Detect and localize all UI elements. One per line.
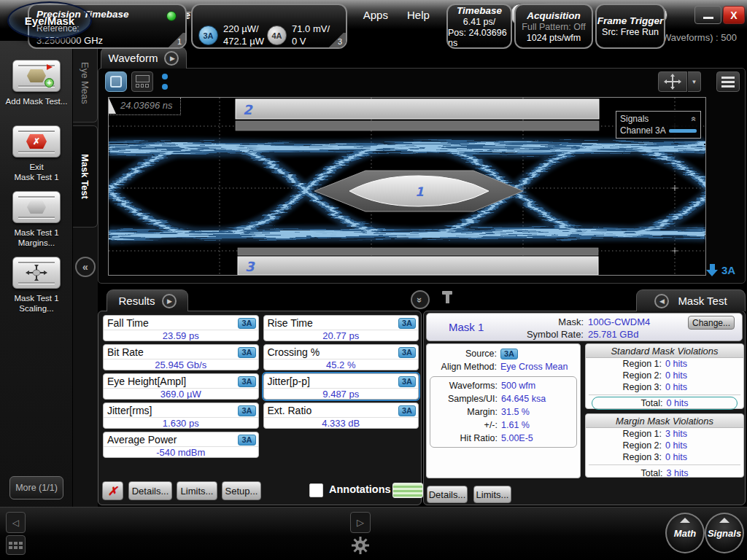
measurement-card[interactable]: Ext. Ratio 3A 4.333 dB bbox=[263, 402, 419, 429]
acquisition-panel[interactable]: Acquisition Full Pattern: Off 1024 pts/w… bbox=[514, 4, 593, 49]
timebase-panel[interactable]: Timebase 6.41 ps/ Pos: 24.03696 ns bbox=[446, 4, 512, 49]
annotations-checkbox[interactable] bbox=[309, 483, 323, 497]
tab-waveform[interactable]: Waveform ▶ bbox=[101, 47, 187, 69]
measurement-value: 20.77 ps bbox=[264, 330, 419, 341]
menu-item[interactable]: Apps bbox=[363, 9, 388, 21]
region-label: Region 2: bbox=[586, 440, 662, 451]
up-arrow-icon bbox=[719, 518, 729, 523]
minimize-icon bbox=[703, 17, 713, 19]
play-icon[interactable]: ▶ bbox=[162, 294, 177, 308]
stat-value: 31.5 % bbox=[501, 407, 530, 417]
measurement-value: 369.0 µW bbox=[104, 388, 258, 400]
mask-details-button[interactable]: Details... bbox=[427, 486, 468, 503]
total-value: 0 hits bbox=[667, 398, 689, 408]
delete-measurement-button[interactable]: ✗ bbox=[102, 481, 123, 500]
measurement-value: 4.333 dB bbox=[264, 417, 419, 429]
mask-test-header[interactable]: ◀ Mask Test bbox=[636, 289, 746, 311]
measurement-value: 9.487 ps bbox=[264, 388, 419, 400]
play-icon[interactable]: ▶ bbox=[164, 51, 179, 66]
stat-label: Samples/UI: bbox=[430, 394, 498, 404]
total-value: 3 hits bbox=[667, 468, 689, 478]
measurement-card[interactable]: Bit Rate 3A 25.945 Gb/s bbox=[103, 344, 259, 370]
measurement-card[interactable]: Jitter[rms] 3A 1.630 ps bbox=[103, 402, 259, 429]
measurement-card[interactable]: Fall Time 3A 23.59 ps bbox=[103, 315, 259, 341]
grid-layout-button[interactable] bbox=[131, 71, 153, 92]
mask-margins-button[interactable] bbox=[12, 191, 61, 223]
details-button[interactable]: Details... bbox=[128, 481, 172, 500]
pin-icon[interactable] bbox=[441, 291, 453, 307]
region-label: Region 3: bbox=[586, 452, 662, 462]
results-tab-label: Results bbox=[118, 295, 155, 307]
pan-button[interactable] bbox=[658, 71, 687, 92]
timebase-position-tag: 24.03696 ns bbox=[109, 98, 181, 115]
hamburger-menu-button[interactable] bbox=[716, 71, 740, 92]
drag-handle-dots-icon[interactable] bbox=[162, 74, 168, 90]
source-badge: 3A bbox=[238, 435, 255, 446]
signals-button[interactable]: Signals bbox=[705, 513, 744, 553]
ch4a-scale: 71.0 mV/ bbox=[292, 23, 330, 35]
exit-mask-test-button[interactable]: ✗ bbox=[12, 125, 61, 158]
annotations-label: Annotations bbox=[329, 483, 391, 495]
close-button[interactable]: X bbox=[723, 6, 745, 24]
setup-button[interactable]: Setup... bbox=[222, 481, 261, 500]
add-mask-test-button[interactable]: + bbox=[12, 60, 61, 92]
measurement-name: Jitter[rms] bbox=[107, 405, 152, 416]
source-badge: 3A bbox=[398, 405, 416, 416]
previous-panel-button[interactable]: ◁ bbox=[6, 512, 26, 533]
single-layout-button[interactable] bbox=[105, 71, 127, 92]
exit-label-line1: Exit bbox=[0, 162, 73, 172]
mask-scaling-icon bbox=[24, 263, 49, 282]
source-badge: 3A bbox=[398, 376, 416, 387]
channel-badge-3a[interactable]: 3A bbox=[198, 26, 218, 45]
pan-dropdown-button[interactable]: ▼ bbox=[688, 71, 701, 92]
keyboard-icon[interactable] bbox=[6, 535, 26, 555]
source-badge: 3A bbox=[398, 318, 416, 329]
channel-readout-panel[interactable]: 3A 220 µW/ 472.1 µW 4A 71.0 mV/ 0 V 3 bbox=[191, 4, 347, 49]
ch4a-offset: 0 V bbox=[292, 35, 330, 47]
mask-region-3: 3 bbox=[238, 248, 598, 275]
exit-icon: ✗ bbox=[26, 134, 47, 149]
channel-badge-4a[interactable]: 4A bbox=[267, 26, 287, 45]
measurement-card[interactable]: Crossing % 3A 45.2 % bbox=[263, 344, 419, 370]
acquisition-pattern: Full Pattern: Off bbox=[522, 22, 585, 32]
acquisition-title: Acquisition bbox=[527, 10, 581, 21]
region-value: 0 hits bbox=[665, 359, 687, 369]
tab-eye-meas[interactable]: Eye Meas bbox=[73, 44, 98, 122]
tab-mask-test[interactable]: Mask Test bbox=[73, 125, 98, 228]
grid-layout-icon bbox=[136, 75, 150, 82]
measurement-card[interactable]: Rise Time 3A 20.77 ps bbox=[263, 315, 419, 341]
measurement-card[interactable]: Eye Height[Ampl] 3A 369.0 µW bbox=[103, 373, 259, 400]
next-panel-button[interactable]: ▷ bbox=[350, 512, 371, 533]
collapse-results-button[interactable]: » bbox=[411, 290, 430, 309]
measurement-card[interactable]: Average Power 3A -540 mdBm bbox=[103, 432, 259, 458]
measurement-card[interactable]: Jitter[p-p] 3A 9.487 ps bbox=[263, 373, 419, 400]
mask-region-2: 2 bbox=[236, 99, 599, 131]
channel-marker: 3A bbox=[706, 264, 735, 276]
source-badge: 3A bbox=[238, 376, 255, 387]
mask-region-3-label: 3 bbox=[245, 259, 255, 274]
legend-collapse-icon[interactable]: « bbox=[689, 117, 700, 122]
menu-item[interactable]: Help bbox=[407, 9, 430, 21]
mask-region-2-label: 2 bbox=[243, 102, 253, 117]
change-mask-button[interactable]: Change... bbox=[688, 316, 735, 330]
down-arrow-icon bbox=[706, 264, 718, 276]
collapse-sidebar-button[interactable]: « bbox=[75, 257, 96, 277]
limits-button[interactable]: Limits... bbox=[177, 481, 217, 500]
source-label: Source: bbox=[427, 349, 497, 359]
back-icon[interactable]: ◀ bbox=[654, 294, 669, 308]
mask-scaling-button[interactable] bbox=[12, 257, 61, 289]
more-button[interactable]: More (1/1) bbox=[9, 476, 63, 499]
mask-limits-button[interactable]: Limits... bbox=[473, 486, 511, 503]
annotation-color-button[interactable] bbox=[392, 483, 423, 498]
source-badge: 3A bbox=[398, 347, 416, 358]
eye-diagram-screen[interactable]: 2 3 1 24.03696 ns Signals « Channel 3A bbox=[108, 97, 706, 276]
signals-legend[interactable]: Signals « Channel 3A bbox=[616, 111, 701, 139]
gear-icon[interactable] bbox=[349, 534, 372, 556]
measurement-name: Rise Time bbox=[268, 317, 313, 329]
frame-trigger-panel[interactable]: Frame Trigger Src: Free Run bbox=[595, 4, 665, 49]
minimize-button[interactable] bbox=[694, 6, 721, 24]
math-button[interactable]: Math bbox=[665, 513, 705, 553]
tab-results[interactable]: Results ▶ bbox=[107, 289, 188, 311]
timebase-position: Pos: 24.03696 ns bbox=[448, 28, 511, 48]
arrow-icon bbox=[47, 64, 53, 70]
